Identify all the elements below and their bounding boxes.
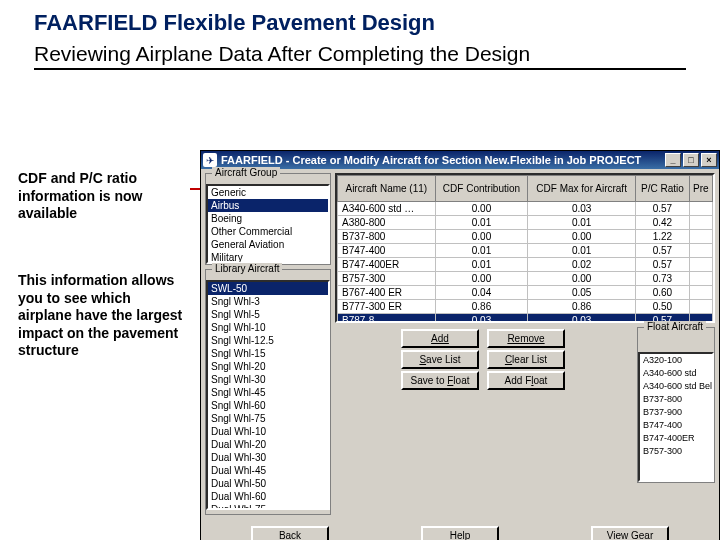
float-item[interactable]: A340-600 std Belly	[640, 380, 712, 393]
app-window: ✈ FAARFIELD - Create or Modify Aircraft …	[200, 150, 720, 540]
app-icon: ✈	[203, 153, 217, 167]
aircraft-group-box: Aircraft Group GenericAirbusBoeingOther …	[205, 173, 331, 265]
float-item[interactable]: B757-300	[640, 445, 712, 458]
minimize-button[interactable]: _	[665, 153, 681, 167]
library-item[interactable]: Dual Whl-20	[208, 438, 328, 451]
table-row[interactable]: A380-8000.010.010.42	[338, 216, 713, 230]
library-item[interactable]: Sngl Whl-30	[208, 373, 328, 386]
slide-title: FAARFIELD Flexible Pavement Design	[34, 10, 720, 36]
library-aircraft-list[interactable]: SWL-50Sngl Whl-3Sngl Whl-5Sngl Whl-10Sng…	[206, 280, 330, 510]
library-item[interactable]: Sngl Whl-60	[208, 399, 328, 412]
aircraft-group-list[interactable]: GenericAirbusBoeingOther CommercialGener…	[206, 184, 330, 264]
float-aircraft-box: Float Aircraft A320-100A340-600 stdA340-…	[637, 327, 715, 483]
float-item[interactable]: A340-600 std	[640, 367, 712, 380]
table-row[interactable]: B747-4000.010.010.57	[338, 244, 713, 258]
library-aircraft-box: Library Aircraft SWL-50Sngl Whl-3Sngl Wh…	[205, 269, 331, 515]
remove-button[interactable]: Remove	[487, 329, 565, 348]
library-item[interactable]: Sngl Whl-10	[208, 321, 328, 334]
column-header[interactable]: Pre	[689, 176, 712, 202]
annotation-1: CDF and P/C ratio information is now ava…	[18, 170, 188, 223]
library-item[interactable]: Sngl Whl-12.5	[208, 334, 328, 347]
window-title: FAARFIELD - Create or Modify Aircraft fo…	[221, 154, 663, 166]
group-item[interactable]: General Aviation	[208, 238, 328, 251]
library-item[interactable]: Sngl Whl-15	[208, 347, 328, 360]
library-item[interactable]: Dual Whl-75	[208, 503, 328, 510]
view-gear-button[interactable]: View Gear	[591, 526, 669, 540]
table-row[interactable]: B777-300 ER0.860.860.50	[338, 300, 713, 314]
float-item[interactable]: B747-400	[640, 419, 712, 432]
library-item[interactable]: Sngl Whl-75	[208, 412, 328, 425]
column-header[interactable]: CDF Contribution	[435, 176, 528, 202]
float-item[interactable]: B737-800	[640, 393, 712, 406]
table-row[interactable]: B737-8000.000.001.22	[338, 230, 713, 244]
add-float-button[interactable]: Add Float	[487, 371, 565, 390]
float-item[interactable]: A320-100	[640, 354, 712, 367]
library-item[interactable]: Dual Whl-30	[208, 451, 328, 464]
group-item[interactable]: Boeing	[208, 212, 328, 225]
float-aircraft-list[interactable]: A320-100A340-600 stdA340-600 std BellyB7…	[638, 352, 714, 482]
library-item[interactable]: Sngl Whl-5	[208, 308, 328, 321]
aircraft-group-label: Aircraft Group	[212, 167, 280, 178]
library-item[interactable]: Dual Whl-50	[208, 477, 328, 490]
library-item[interactable]: Sngl Whl-3	[208, 295, 328, 308]
aircraft-table[interactable]: Aircraft Name (11)CDF ContributionCDF Ma…	[337, 175, 713, 323]
library-item[interactable]: SWL-50	[208, 282, 328, 295]
table-row[interactable]: B767-400 ER0.040.050.60	[338, 286, 713, 300]
library-item[interactable]: Dual Whl-45	[208, 464, 328, 477]
float-aircraft-label: Float Aircraft	[644, 321, 706, 332]
maximize-button[interactable]: □	[683, 153, 699, 167]
column-header[interactable]: Aircraft Name (11)	[338, 176, 436, 202]
annotation-2: This information allows you to see which…	[18, 272, 188, 360]
table-row[interactable]: B757-3000.000.000.73	[338, 272, 713, 286]
save-to-float-button[interactable]: Save to Float	[401, 371, 479, 390]
group-item[interactable]: Other Commercial	[208, 225, 328, 238]
library-item[interactable]: Sngl Whl-45	[208, 386, 328, 399]
group-item[interactable]: Airbus	[208, 199, 328, 212]
group-item[interactable]: Generic	[208, 186, 328, 199]
library-item[interactable]: Dual Whl-60	[208, 490, 328, 503]
table-row[interactable]: B747-400ER0.010.020.57	[338, 258, 713, 272]
save-list-button[interactable]: Save List	[401, 350, 479, 369]
library-item[interactable]: Sngl Whl-20	[208, 360, 328, 373]
table-row[interactable]: A340-600 std …0.000.030.57	[338, 202, 713, 216]
column-header[interactable]: CDF Max for Aircraft	[528, 176, 636, 202]
add-button[interactable]: Add	[401, 329, 479, 348]
column-header[interactable]: P/C Ratio	[635, 176, 689, 202]
float-item[interactable]: B747-400ER	[640, 432, 712, 445]
back-button[interactable]: Back	[251, 526, 329, 540]
aircraft-table-wrap: Aircraft Name (11)CDF ContributionCDF Ma…	[335, 173, 715, 323]
clear-list-button[interactable]: Clear List	[487, 350, 565, 369]
library-item[interactable]: Dual Whl-10	[208, 425, 328, 438]
slide-subtitle: Reviewing Airplane Data After Completing…	[34, 42, 686, 70]
library-aircraft-label: Library Aircraft	[212, 263, 282, 274]
help-button[interactable]: Help	[421, 526, 499, 540]
float-item[interactable]: B737-900	[640, 406, 712, 419]
close-button[interactable]: ×	[701, 153, 717, 167]
